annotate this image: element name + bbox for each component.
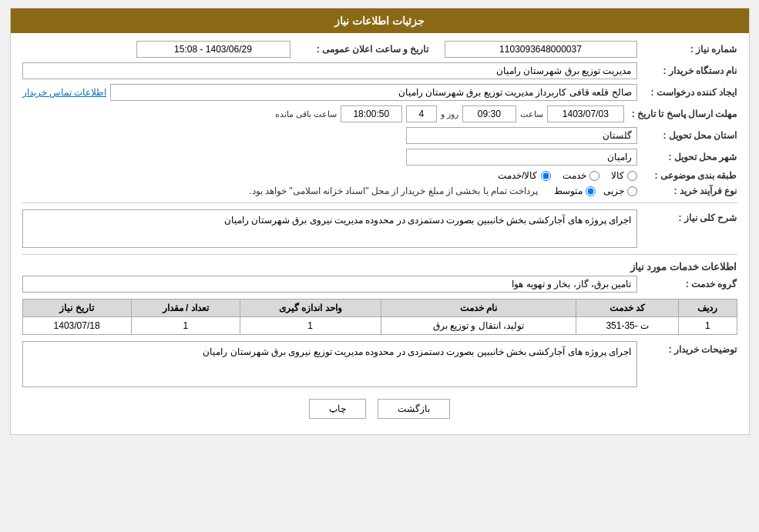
- mohlat-rooz-label: روز و: [441, 109, 458, 119]
- row-sharh: شرح کلی نیاز : اجرای پروژه های آجارکشی ب…: [22, 209, 737, 248]
- tabaghe-kala-khedmat-radio[interactable]: [541, 171, 551, 181]
- tarikh-value: 1403/06/29 - 15:08: [136, 41, 291, 58]
- services-table-section: ردیف کد خدمت نام خدمت واحد اندازه گیری ت…: [22, 299, 737, 335]
- cell-vahed: 1: [240, 317, 381, 335]
- cell-kod: ت -35-351: [576, 317, 679, 335]
- col-tedad: تعداد / مقدار: [131, 299, 240, 317]
- tabaghe-khedmat: خدمت: [563, 170, 599, 181]
- sharh-label: شرح کلی نیاز :: [637, 209, 737, 223]
- eijadKonande-label: ایجاد کننده درخواست :: [637, 87, 737, 98]
- row-tabaghe: طبقه بندی موضوعی : کالا خدمت کالا/خدمت: [22, 170, 737, 181]
- row-shahr: شهر محل تحویل : رامیان: [22, 149, 737, 166]
- mohlat-saat-value: 09:30: [462, 105, 516, 122]
- row-noeFarayand: نوع فرآیند خرید : جزیی متوسط پرداخت تمام…: [22, 186, 737, 196]
- col-tarikh: تاریخ نیاز: [22, 299, 131, 317]
- tabaghe-options: کالا خدمت کالا/خدمت: [498, 170, 636, 181]
- tabaghe-kala-radio[interactable]: [627, 171, 637, 181]
- page-title: جزئیات اطلاعات نیاز: [334, 15, 425, 27]
- table-row: 1 ت -35-351 تولید، انتقال و توزیع برق 1 …: [22, 317, 737, 335]
- tabaghe-kala-khedmat-label: کالا/خدمت: [498, 170, 537, 181]
- col-radif: ردیف: [679, 299, 737, 317]
- buttons-row: بازگشت چاپ: [22, 399, 737, 419]
- ostan-label: استان محل تحویل :: [637, 130, 737, 141]
- tozihat-value: اجرای پروژه های آجارکشی بخش خانببین بصور…: [22, 341, 637, 387]
- noeFarayand-label: نوع فرآیند خرید :: [637, 186, 737, 196]
- page-header: جزئیات اطلاعات نیاز: [11, 8, 749, 33]
- tabaghe-kala-label: کالا: [611, 170, 624, 181]
- services-table: ردیف کد خدمت نام خدمت واحد اندازه گیری ت…: [22, 299, 737, 335]
- mohlat-mande-label: ساعت باقی مانده: [275, 109, 337, 119]
- tozihat-label: توضیحات خریدار :: [637, 341, 737, 355]
- mohlat-label: مهلت ارسال پاسخ تا تاریخ :: [624, 109, 737, 119]
- cell-tedad: 1: [131, 317, 240, 335]
- ostan-value: گلستان: [406, 127, 637, 144]
- eijadKonande-link[interactable]: اطلاعات تماس خریدار: [22, 87, 107, 98]
- shahr-value: رامیان: [406, 149, 637, 166]
- grouh-label: گروه خدمت :: [637, 279, 737, 289]
- cell-radif: 1: [679, 317, 737, 335]
- mohlat-date: 1403/07/03: [547, 105, 624, 122]
- back-button[interactable]: بازگشت: [378, 399, 450, 419]
- divider-1: [22, 202, 737, 203]
- tarikh-label: تاریخ و ساعت اعلان عمومی :: [291, 44, 429, 55]
- cell-tarikh: 1403/07/18: [22, 317, 131, 335]
- tabaghe-khedmat-radio[interactable]: [589, 171, 599, 181]
- tabaghe-kala-khedmat: کالا/خدمت: [498, 170, 550, 181]
- noeFarayand-motavaset: متوسط: [554, 186, 596, 196]
- col-kod: کد خدمت: [576, 299, 679, 317]
- row-mohlat: مهلت ارسال پاسخ تا تاریخ : 1403/07/03 سا…: [22, 105, 737, 122]
- noeFarayand-motavaset-label: متوسط: [554, 186, 583, 196]
- noeFarayand-text: پرداخت تمام یا بخشی از مبلغ خریدار از مح…: [249, 186, 538, 196]
- mohlat-mande-value: 18:00:50: [341, 105, 402, 122]
- noeFarayand-options: جزیی متوسط پرداخت تمام یا بخشی از مبلغ خ…: [249, 186, 636, 196]
- row-grouh: گروه خدمت : تامین برق، گاز، بخار و تهویه…: [22, 276, 737, 293]
- shahr-label: شهر محل تحویل :: [637, 152, 737, 162]
- noeFarayand-motavaset-radio[interactable]: [586, 186, 596, 196]
- row-ostan: استان محل تحویل : گلستان: [22, 127, 737, 144]
- grouh-value: تامین برق، گاز، بخار و تهویه هوا: [22, 276, 637, 293]
- row-tozihat: توضیحات خریدار : اجرای پروژه های آجارکشی…: [22, 341, 737, 387]
- page-container: جزئیات اطلاعات نیاز شماره نیاز : 1103093…: [10, 8, 750, 435]
- namDastgah-value: مدیریت توزیع برق شهرستان رامیان: [22, 62, 637, 79]
- noeFarayand-jozvi-label: جزیی: [603, 186, 624, 196]
- noeFarayand-jozvi-radio[interactable]: [627, 186, 637, 196]
- print-button[interactable]: چاپ: [309, 399, 366, 419]
- shomareNiaz-value: 1103093648000037: [445, 41, 637, 58]
- tabaghe-kala: کالا: [611, 170, 637, 181]
- mohlat-date-row: 1403/07/03 ساعت 09:30 روز و 4 18:00:50 س…: [275, 105, 624, 122]
- mohlat-rooz-value: 4: [406, 105, 437, 122]
- col-vahed: واحد اندازه گیری: [240, 299, 381, 317]
- sharh-value: اجرای پروژه های آجارکشی بخش خانببین بصور…: [22, 209, 637, 248]
- tabaghe-label: طبقه بندی موضوعی :: [637, 170, 737, 181]
- divider-2: [22, 254, 737, 255]
- namDastgah-label: نام دستگاه خریدار :: [637, 65, 737, 76]
- cell-nam: تولید، انتقال و توزیع برق: [381, 317, 576, 335]
- mohlat-saat-label: ساعت: [520, 109, 543, 119]
- row-eijadKonande: ایجاد کننده درخواست : صالح قلعه قافی کار…: [22, 84, 737, 101]
- shomareNiaz-label: شماره نیاز :: [637, 44, 737, 55]
- tabaghe-khedmat-label: خدمت: [563, 170, 586, 181]
- row-namDastgah: نام دستگاه خریدار : مدیریت توزیع برق شهر…: [22, 62, 737, 79]
- khadamat-section-title: اطلاعات خدمات مورد نیاز: [22, 261, 737, 273]
- col-nam: نام خدمت: [381, 299, 576, 317]
- noeFarayand-jozvi: جزیی: [603, 186, 637, 196]
- row-shomareNiaz: شماره نیاز : 1103093648000037 تاریخ و سا…: [22, 41, 737, 58]
- eijadKonande-value: صالح قلعه قافی کاربرداز مدیریت توزیع برق…: [110, 84, 636, 101]
